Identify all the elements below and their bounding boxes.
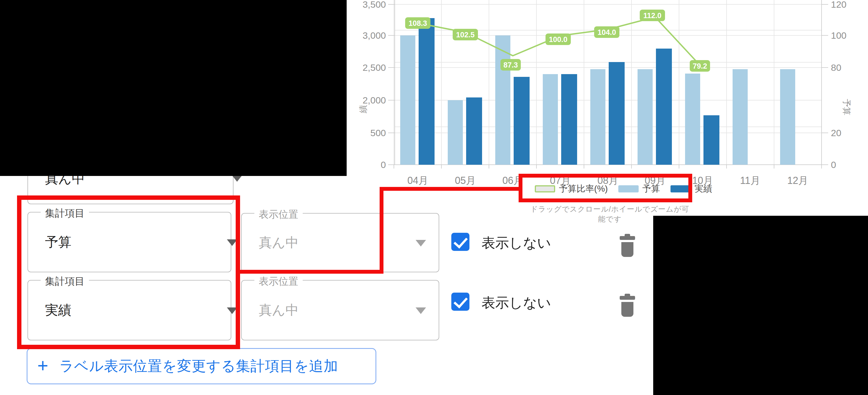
legend-label: 予算: [643, 183, 660, 195]
aggregation-item-select-2[interactable]: 集計項目 実績: [28, 280, 231, 340]
bar-budget[interactable]: [638, 69, 653, 165]
field-label: 表示位置: [254, 208, 303, 221]
legend-item[interactable]: 予算比率(%): [535, 183, 608, 195]
hide-checkbox-label: 表示しない: [482, 234, 551, 252]
bar-budget[interactable]: [780, 69, 795, 165]
bar-actual[interactable]: [609, 62, 625, 165]
x-axis-month-label: 04月: [407, 175, 428, 186]
legend-swatch-icon: [535, 185, 555, 192]
right-axis-tick-label: 120: [831, 0, 846, 10]
bar-budget[interactable]: [495, 35, 510, 165]
trash-icon: [619, 294, 636, 317]
right-axis-tick-label: 100: [831, 30, 846, 41]
bar-actual[interactable]: [514, 77, 530, 165]
left-axis-title: 績: [359, 105, 368, 113]
bar-budget[interactable]: [733, 69, 748, 165]
left-axis-tick-label: 3,000: [363, 30, 386, 41]
display-position-select-1[interactable]: 表示位置 真ん中: [241, 213, 439, 272]
bar-budget[interactable]: [400, 35, 415, 165]
legend-swatch-icon: [671, 185, 691, 192]
select-value: 実績: [45, 301, 71, 319]
chart-legend: 予算比率(%)予算実績: [535, 183, 712, 195]
screen: 3,5003,0002,5002,00050001201008020004月05…: [0, 0, 868, 395]
left-axis-tick-label: 3,500: [363, 0, 386, 10]
chevron-down-icon: [227, 307, 237, 314]
hide-checkbox-2[interactable]: [451, 293, 469, 311]
delete-row-button-2[interactable]: [619, 294, 636, 317]
x-axis-month-label: 12月: [787, 175, 808, 186]
bar-actual[interactable]: [418, 18, 435, 165]
bar-actual[interactable]: [704, 115, 719, 165]
legend-swatch-icon: [618, 185, 639, 192]
bar-actual[interactable]: [656, 48, 672, 165]
legend-item[interactable]: 実績: [671, 183, 712, 195]
aggregation-item-select-1[interactable]: 集計項目 予算: [28, 212, 231, 272]
ratio-value-label: 87.3: [503, 61, 518, 69]
chevron-down-icon: [232, 175, 242, 182]
hide-checkbox-1[interactable]: [451, 233, 469, 251]
field-label: 表示位置: [254, 275, 303, 288]
left-axis-tick-label: 500: [370, 128, 386, 138]
left-axis-tick-label: 2,000: [363, 95, 386, 105]
trash-icon: [619, 234, 636, 257]
bar-actual[interactable]: [466, 97, 482, 165]
delete-row-button-1[interactable]: [619, 234, 636, 257]
field-label: 集計項目: [41, 207, 89, 220]
ratio-value-label: 108.3: [408, 19, 427, 28]
display-position-select-2[interactable]: 表示位置 真ん中: [241, 280, 439, 340]
chevron-down-icon: [415, 240, 426, 246]
right-axis-tick-label: 80: [831, 62, 841, 73]
x-axis-month-label: 06月: [502, 175, 523, 186]
bar-actual[interactable]: [561, 74, 577, 165]
ratio-value-label: 79.2: [693, 62, 707, 70]
bar-budget[interactable]: [590, 69, 606, 165]
right-axis-title: 予算: [842, 99, 851, 115]
bar-budget[interactable]: [543, 74, 558, 165]
chevron-down-icon: [415, 307, 426, 314]
ratio-value-label: 100.0: [549, 35, 567, 44]
chevron-down-icon: [227, 239, 237, 246]
select-value: 真ん中: [259, 234, 299, 252]
redaction-box: [653, 216, 868, 395]
hide-checkbox-label: 表示しない: [482, 294, 551, 312]
field-label: 集計項目: [41, 275, 89, 288]
x-axis-month-label: 11月: [740, 175, 760, 186]
legend-label: 実績: [695, 183, 712, 195]
redaction-box: [0, 0, 347, 176]
ratio-value-label: 102.5: [456, 31, 475, 39]
select-value: 真ん中: [259, 301, 299, 319]
ratio-value-label: 112.0: [643, 11, 661, 20]
right-axis-tick-label: 0: [831, 160, 836, 170]
add-button-label: ラベル表示位置を変更する集計項目を追加: [59, 357, 338, 376]
plus-icon: +: [37, 356, 48, 375]
left-axis-tick-label: 2,500: [363, 62, 386, 73]
select-value: 予算: [45, 233, 71, 251]
x-axis-month-label: 05月: [455, 175, 476, 186]
bar-budget[interactable]: [448, 100, 463, 165]
left-axis-tick-label: 0: [381, 160, 386, 170]
right-axis-tick-label: 20: [831, 128, 841, 138]
add-aggregation-item-button[interactable]: + ラベル表示位置を変更する集計項目を追加: [27, 348, 376, 384]
bar-budget[interactable]: [685, 73, 700, 165]
legend-label: 予算比率(%): [559, 183, 608, 195]
legend-item[interactable]: 予算: [618, 183, 660, 195]
ratio-value-label: 104.0: [597, 28, 616, 36]
